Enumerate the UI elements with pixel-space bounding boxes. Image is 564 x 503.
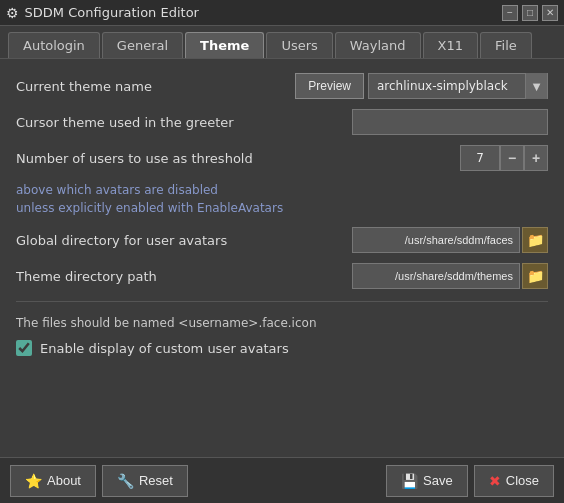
- content-area: Current theme name Preview archlinux-sim…: [0, 59, 564, 370]
- current-theme-label: Current theme name: [16, 79, 295, 94]
- tab-file[interactable]: File: [480, 32, 532, 58]
- num-users-control: 7 − +: [460, 145, 548, 171]
- tab-general[interactable]: General: [102, 32, 183, 58]
- tab-users[interactable]: Users: [266, 32, 332, 58]
- cursor-theme-label: Cursor theme used in the greeter: [16, 115, 352, 130]
- cursor-theme-control: [352, 109, 548, 135]
- title-bar-left: ⚙ SDDM Configuration Editor: [6, 5, 199, 21]
- tab-x11[interactable]: X11: [423, 32, 478, 58]
- divider: [16, 301, 548, 302]
- enable-avatars-checkbox[interactable]: [16, 340, 32, 356]
- save-icon: 💾: [401, 473, 418, 489]
- num-users-value: 7: [460, 145, 500, 171]
- enable-avatars-row: Enable display of custom user avatars: [16, 340, 548, 356]
- about-button[interactable]: ⭐ About: [10, 465, 96, 497]
- close-label: Close: [506, 473, 539, 488]
- global-dir-browse-button[interactable]: 📁: [522, 227, 548, 253]
- current-theme-control: Preview archlinux-simplyblack ▼: [295, 73, 548, 99]
- global-dir-label: Global directory for user avatars: [16, 233, 352, 248]
- close-button[interactable]: ✖ Close: [474, 465, 554, 497]
- theme-dir-input[interactable]: [352, 263, 520, 289]
- num-users-row: Number of users to use as threshold 7 − …: [16, 145, 548, 171]
- tab-autologin[interactable]: Autologin: [8, 32, 100, 58]
- footer-left: ⭐ About 🔧 Reset: [10, 465, 188, 497]
- preview-button[interactable]: Preview: [295, 73, 364, 99]
- theme-select-value: archlinux-simplyblack: [369, 76, 525, 96]
- num-users-label: Number of users to use as threshold: [16, 151, 460, 166]
- current-theme-row: Current theme name Preview archlinux-sim…: [16, 73, 548, 99]
- reset-label: Reset: [139, 473, 173, 488]
- theme-dir-label: Theme directory path: [16, 269, 352, 284]
- theme-dir-browse-button[interactable]: 📁: [522, 263, 548, 289]
- title-bar-controls: − □ ✕: [502, 5, 558, 21]
- reset-button[interactable]: 🔧 Reset: [102, 465, 188, 497]
- global-dir-control: 📁: [352, 227, 548, 253]
- close-icon: ✖: [489, 473, 501, 489]
- window-close-button[interactable]: ✕: [542, 5, 558, 21]
- note-line2: unless explicitly enabled with EnableAva…: [16, 199, 548, 217]
- tab-wayland[interactable]: Wayland: [335, 32, 421, 58]
- maximize-button[interactable]: □: [522, 5, 538, 21]
- num-users-plus[interactable]: +: [524, 145, 548, 171]
- global-dir-row: Global directory for user avatars 📁: [16, 227, 548, 253]
- minimize-button[interactable]: −: [502, 5, 518, 21]
- avatar-note: above which avatars are disabled unless …: [16, 181, 548, 217]
- about-icon: ⭐: [25, 473, 42, 489]
- title-bar: ⚙ SDDM Configuration Editor − □ ✕: [0, 0, 564, 26]
- app-icon: ⚙: [6, 5, 19, 21]
- theme-dir-row: Theme directory path 📁: [16, 263, 548, 289]
- theme-select-arrow[interactable]: ▼: [525, 73, 547, 99]
- about-label: About: [47, 473, 81, 488]
- cursor-theme-input[interactable]: [352, 109, 548, 135]
- tab-theme[interactable]: Theme: [185, 32, 264, 58]
- theme-dir-control: 📁: [352, 263, 548, 289]
- window-title: SDDM Configuration Editor: [25, 5, 199, 20]
- footer: ⭐ About 🔧 Reset 💾 Save ✖ Close: [0, 457, 564, 503]
- tab-bar: Autologin General Theme Users Wayland X1…: [0, 26, 564, 59]
- files-note: The files should be named <username>.fac…: [16, 316, 548, 330]
- theme-select[interactable]: archlinux-simplyblack ▼: [368, 73, 548, 99]
- cursor-theme-row: Cursor theme used in the greeter: [16, 109, 548, 135]
- note-line1: above which avatars are disabled: [16, 181, 548, 199]
- global-dir-input[interactable]: [352, 227, 520, 253]
- footer-right: 💾 Save ✖ Close: [386, 465, 554, 497]
- enable-avatars-label: Enable display of custom user avatars: [40, 341, 289, 356]
- save-label: Save: [423, 473, 453, 488]
- save-button[interactable]: 💾 Save: [386, 465, 468, 497]
- reset-icon: 🔧: [117, 473, 134, 489]
- num-users-minus[interactable]: −: [500, 145, 524, 171]
